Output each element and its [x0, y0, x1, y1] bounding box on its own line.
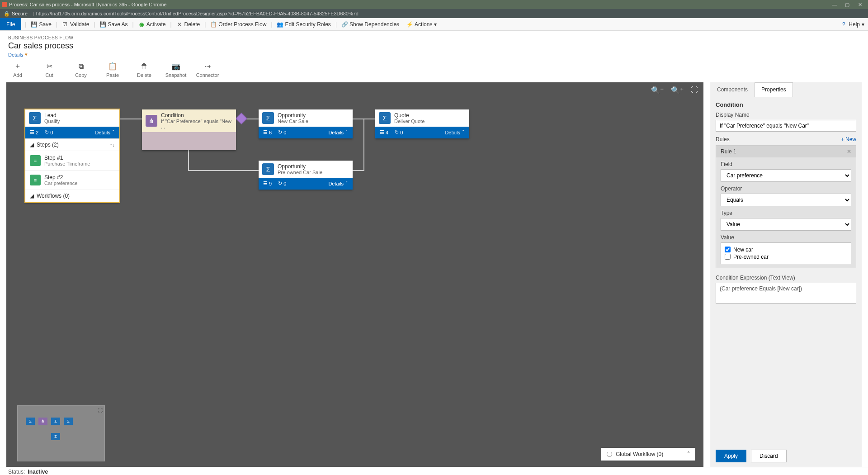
actions-menu[interactable]: ⚡Actions▾ [403, 18, 440, 30]
delete-node-button[interactable]: 🗑Delete [135, 62, 154, 78]
field-select[interactable]: Car preference [721, 169, 851, 182]
command-bar: File | 💾Save | ☑Validate | 💾Save As | ◉A… [0, 18, 868, 31]
stage-icon: Σ [379, 112, 391, 124]
window-titlebar: Process: Car sales process - Microsoft D… [0, 0, 868, 9]
secure-label: Secure [12, 11, 28, 16]
zoom-out-button[interactable]: 🔍⁻ [651, 86, 664, 95]
snapshot-button[interactable]: 📷Snapshot [166, 62, 185, 78]
expression-view: (Car preference Equals [New car]) [716, 283, 856, 304]
stage-node-lead[interactable]: Σ LeadQualify ☰2↻0 Details˄ ◢Steps (2)↑↓… [25, 109, 119, 202]
new-rule-button[interactable]: + New [841, 136, 856, 142]
tab-properties[interactable]: Properties [755, 82, 793, 97]
maximize-button[interactable]: ▢ [841, 2, 854, 8]
help-button[interactable]: ?Help▾ [837, 18, 868, 30]
copy-button[interactable]: ⧉Copy [71, 62, 90, 78]
order-process-flow-button[interactable]: 📋Order Process Flow [207, 18, 270, 30]
stage-node-opportunity-preowned[interactable]: ΣOpportunityPre-owned Car Sale ☰9↻0Detai… [259, 161, 353, 190]
cycle-icon: ↻ [395, 129, 399, 135]
minimap-node: Σ [51, 418, 60, 425]
stage-icon: Σ [262, 112, 274, 124]
status-label: Status: [8, 469, 25, 475]
cycle-icon: ↻ [278, 129, 282, 135]
connector-line [119, 119, 142, 119]
connector-line [188, 170, 259, 171]
rule-block: Rule 1✕ Field Car preference Operator Eq… [716, 145, 856, 268]
browser-url-bar: 🔒 Secure | https://trial1705.crm.dynamic… [0, 9, 868, 18]
chevron-down-icon: ▾ [25, 52, 28, 57]
chevron-up-icon: ˄ [112, 129, 115, 135]
zoom-in-button[interactable]: 🔍⁺ [671, 86, 684, 95]
stage-icon: Σ [262, 163, 274, 175]
stage-icon: Σ [29, 112, 41, 124]
cut-button[interactable]: ✂Cut [40, 62, 59, 78]
apply-button[interactable]: Apply [716, 450, 746, 462]
activate-button[interactable]: ◉Activate [135, 18, 170, 30]
step-item[interactable]: ≡Step #1Purchase Timeframe [25, 151, 119, 171]
condition-icon: ⋔ [146, 115, 157, 127]
show-dependencies-button[interactable]: 🔗Show Dependencies [338, 18, 403, 30]
step-item[interactable]: ≡Step #2Car preference [25, 171, 119, 190]
rules-label: Rules [716, 136, 730, 142]
stage-node-quote[interactable]: ΣQuoteDeliver Quote ☰4↻0Details˅ [375, 109, 469, 138]
details-toggle[interactable]: Details˅ [328, 129, 348, 135]
save-button[interactable]: 💾Save [27, 18, 55, 30]
condition-output-icon [236, 113, 247, 124]
camera-icon: 📷 [171, 62, 180, 71]
connector-button[interactable]: ⇢Connector [198, 62, 217, 78]
global-workflow-toggle[interactable]: Global Workflow (0) ˄ [601, 448, 695, 461]
stage-node-opportunity-new[interactable]: ΣOpportunityNew Car Sale ☰6↻0Details˅ [259, 109, 353, 138]
roles-icon: 👥 [277, 21, 283, 28]
add-button[interactable]: ＋Add [8, 62, 27, 78]
page-title: Car sales process [8, 41, 860, 51]
window-title: Process: Car sales process - Microsoft D… [9, 2, 828, 7]
designer-canvas[interactable]: ✕ Σ LeadQualify ☰2↻0 Details˄ ◢Steps (2)… [6, 82, 703, 467]
details-toggle[interactable]: Details˅ [445, 129, 465, 135]
file-menu[interactable]: File [0, 18, 21, 30]
details-toggle[interactable]: Details▾ [8, 52, 28, 57]
status-value: Inactive [28, 469, 48, 475]
order-icon: 📋 [210, 21, 217, 28]
minimap-node: ⋔ [38, 418, 47, 425]
paste-icon: 📋 [108, 62, 117, 71]
discard-button[interactable]: Discard [751, 450, 787, 462]
properties-panel: Components Properties Condition Display … [710, 82, 862, 467]
reorder-arrows[interactable]: ↑↓ [110, 142, 115, 147]
display-name-input[interactable] [716, 120, 856, 132]
value-checkbox-new-car[interactable]: New car [725, 247, 847, 253]
close-icon[interactable]: ✕ [847, 148, 851, 155]
fit-screen-button[interactable]: ⛶ [691, 86, 698, 95]
minimap[interactable]: ⛶ Σ ⋔ Σ Σ Σ [17, 405, 105, 461]
panel-heading: Condition [716, 101, 856, 108]
delete-button[interactable]: ✕Delete [173, 18, 204, 30]
deps-icon: 🔗 [341, 21, 348, 28]
expand-icon[interactable]: ⛶ [98, 408, 103, 413]
save-as-button[interactable]: 💾Save As [96, 18, 132, 30]
edit-security-roles-button[interactable]: 👥Edit Security Roles [274, 18, 335, 30]
minimap-node: Σ [26, 418, 35, 425]
connector-icon: ⇢ [205, 62, 211, 71]
details-toggle[interactable]: Details˄ [95, 129, 115, 135]
minimap-node: Σ [51, 433, 60, 440]
list-icon: ☰ [263, 180, 268, 186]
workflow-icon [607, 451, 612, 457]
connector-line [353, 170, 363, 171]
chevron-down-icon: ▾ [434, 21, 437, 28]
chevron-down-icon: ▾ [862, 21, 864, 28]
minimize-button[interactable]: — [828, 2, 841, 7]
details-toggle[interactable]: Details˅ [328, 180, 348, 186]
value-checkbox-preowned[interactable]: Pre-owned car [725, 254, 847, 260]
operator-select[interactable]: Equals [721, 194, 851, 206]
tab-components[interactable]: Components [710, 82, 755, 97]
type-select[interactable]: Value [721, 218, 851, 231]
help-icon: ? [840, 21, 847, 28]
close-button[interactable]: ✕ [854, 2, 866, 8]
page-header: BUSINESS PROCESS FLOW Car sales process … [0, 31, 868, 61]
paste-button[interactable]: 📋Paste [103, 62, 122, 78]
chevron-down-icon: ˅ [462, 129, 465, 135]
scissors-icon: ✂ [47, 62, 52, 71]
status-bar: Status: Inactive [0, 467, 868, 475]
validate-button[interactable]: ☑Validate [58, 18, 93, 30]
url-text[interactable]: https://trial1705.crm.dynamics.com/Tools… [36, 11, 359, 16]
condition-node[interactable]: ⋔ ConditionIf "Car Preference" equals "N… [142, 109, 236, 150]
chevron-down-icon: ˅ [345, 129, 348, 135]
